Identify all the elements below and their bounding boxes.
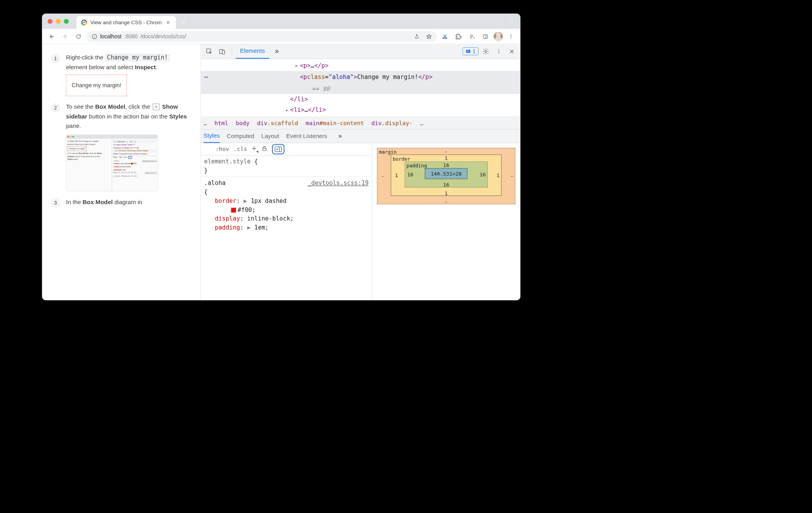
settings-gear-icon[interactable]: [480, 46, 492, 57]
browser-menu-button[interactable]: [506, 31, 517, 42]
window-close-button[interactable]: [48, 19, 52, 23]
step-1-text: Right-click the Change my margin! elemen…: [66, 53, 191, 96]
step-number-1: 1: [51, 54, 60, 63]
demo-change-margin[interactable]: Change my margin!: [66, 75, 127, 96]
svg-point-11: [485, 50, 487, 52]
side-panel-icon[interactable]: [480, 31, 491, 42]
tab-favicon: [81, 20, 87, 25]
hov-button[interactable]: :hov: [215, 146, 229, 152]
styles-rules[interactable]: element.style { } .aloha _devtools.scss:…: [201, 156, 372, 300]
window-controls: [48, 14, 76, 29]
source-link[interactable]: _devtools.scss:19: [308, 179, 368, 188]
crumb-item[interactable]: div.display-: [372, 120, 413, 127]
url-host: localhost: [100, 33, 122, 39]
crumb-item[interactable]: main#main-content: [306, 120, 364, 127]
media-control-icon[interactable]: [467, 31, 478, 42]
dom-row-selected[interactable]: ⋯ <p class="aloha">Change my margin!</p>: [201, 71, 520, 84]
box-model-content[interactable]: 140.531×28: [425, 168, 467, 179]
svg-rect-10: [466, 50, 470, 53]
svg-rect-3: [483, 35, 487, 38]
styles-toolbar: :hov .cls: [201, 143, 372, 156]
svg-point-1: [443, 37, 445, 39]
tabs-dropdown-button[interactable]: [506, 14, 517, 29]
more-subtabs-icon[interactable]: [334, 131, 345, 142]
cls-button[interactable]: .cls: [233, 146, 247, 152]
devtools-panel: Elements 1: [201, 44, 520, 300]
devtools-tabbar: Elements 1: [201, 44, 520, 59]
subtab-event-listeners[interactable]: Event Listeners: [286, 129, 327, 143]
subtab-layout[interactable]: Layout: [261, 129, 279, 143]
reload-button[interactable]: [73, 31, 84, 42]
share-icon[interactable]: [414, 34, 420, 39]
paint-flash-button[interactable]: [261, 145, 268, 153]
more-tabs-icon[interactable]: [271, 46, 282, 57]
styles-subtabs: Styles Computed Layout Event Listeners: [201, 129, 520, 143]
step-3-text: In the Box Model diagram in: [66, 197, 142, 208]
svg-point-14: [498, 52, 499, 53]
nav-forward-button: [59, 31, 70, 42]
window-minimize-button[interactable]: [56, 19, 61, 23]
svg-rect-16: [275, 147, 282, 151]
code-chip: Change my margin!: [105, 54, 170, 61]
box-model-widget[interactable]: margin - - - - border 1 1 1 1 padding: [372, 143, 520, 300]
devtools-menu-icon[interactable]: [493, 46, 504, 57]
browser-window: View and change CSS - Chrom localhost:80…: [42, 14, 520, 300]
page-content: 1 Right-click the Change my margin! elem…: [42, 44, 201, 300]
color-swatch[interactable]: [231, 208, 236, 212]
browser-toolbar: localhost:8080/docs/devtools/css/: [42, 29, 520, 44]
step-number-3: 3: [51, 198, 60, 208]
svg-rect-15: [263, 149, 266, 151]
svg-point-4: [510, 34, 511, 35]
subtab-computed[interactable]: Computed: [227, 129, 254, 143]
profile-avatar[interactable]: [494, 32, 503, 41]
crumb-item[interactable]: div.scaffold: [257, 120, 298, 127]
tab-strip: View and change CSS - Chrom: [42, 14, 520, 29]
dom-row[interactable]: ▶ <li>…</li>: [201, 104, 520, 115]
inspect-element-icon[interactable]: [204, 46, 215, 57]
svg-point-13: [498, 51, 499, 52]
dom-row[interactable]: ▶ <p>…</p>: [201, 60, 520, 71]
bookmark-star-icon[interactable]: [426, 34, 432, 39]
dom-row-eq0: == $0: [201, 83, 520, 94]
step-2-text: To see the Box Model, click the Show sid…: [66, 102, 191, 191]
step-number-2: 2: [51, 103, 60, 113]
dom-row[interactable]: </li>: [201, 94, 520, 104]
extensions-button[interactable]: [453, 31, 464, 42]
address-bar[interactable]: localhost:8080/docs/devtools/css/: [87, 31, 437, 42]
show-sidebar-button[interactable]: [272, 144, 284, 154]
crumb-item[interactable]: body: [236, 120, 249, 127]
crumb-more-left[interactable]: …: [204, 120, 207, 127]
svg-point-6: [510, 38, 511, 38]
tab-elements[interactable]: Elements: [236, 44, 269, 59]
dom-breadcrumb[interactable]: … html body div.scaffold main#main-conte…: [201, 117, 520, 129]
tab-close-button[interactable]: [165, 20, 171, 25]
dom-tree[interactable]: ▶ <p>…</p> ⋯ <p class="aloha">Change my …: [201, 59, 520, 117]
nav-back-button[interactable]: [46, 31, 57, 42]
devtools-close-icon[interactable]: [506, 46, 517, 57]
screenshot-thumbnail: ① Right-click the Change my margin! elem…: [66, 135, 158, 191]
dom-row-actions-icon[interactable]: ⋯: [201, 72, 212, 83]
url-path: /docs/devtools/css/: [140, 33, 186, 39]
show-sidebar-icon: [153, 104, 159, 110]
crumb-item[interactable]: html: [215, 120, 228, 127]
site-info-icon[interactable]: [91, 34, 97, 39]
svg-point-2: [445, 37, 447, 39]
window-zoom-button[interactable]: [64, 19, 68, 23]
tab-title: View and change CSS - Chrom: [90, 20, 162, 25]
issues-badge[interactable]: 1: [463, 47, 479, 55]
url-port: :8080: [124, 33, 138, 39]
crumb-more-right[interactable]: …: [420, 120, 424, 127]
svg-rect-9: [222, 50, 225, 54]
new-style-rule-button[interactable]: [252, 146, 257, 152]
cut-extension-icon[interactable]: [440, 31, 451, 42]
svg-point-5: [510, 36, 511, 37]
new-tab-button[interactable]: [178, 16, 190, 28]
browser-tab[interactable]: View and change CSS - Chrom: [76, 16, 176, 29]
device-toggle-icon[interactable]: [216, 46, 228, 57]
svg-point-12: [498, 49, 499, 50]
subtab-styles[interactable]: Styles: [204, 129, 220, 143]
